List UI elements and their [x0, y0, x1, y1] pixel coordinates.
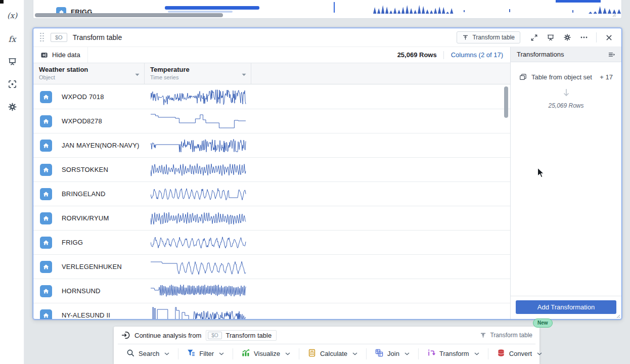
add-transformation-button[interactable]: Add Transformation [516, 300, 616, 314]
clipped-blue-bar [556, 0, 601, 3]
object-house-icon [40, 237, 52, 249]
transformation-step[interactable]: Table from object set + 17 [511, 73, 621, 81]
table-row[interactable]: RORVIK/RYUM [33, 206, 510, 231]
table-row-label: HORNSUND [62, 287, 101, 295]
button-label: Filter [199, 350, 214, 357]
settings-gear-icon[interactable] [561, 31, 574, 43]
hide-data-label: Hide data [52, 51, 80, 59]
flow-arrow-icon [563, 88, 570, 97]
chevron-down-icon[interactable] [135, 70, 140, 78]
settings-gear-icon[interactable] [0, 102, 24, 113]
temperature-sparkline [151, 134, 247, 157]
object-house-icon [40, 91, 52, 103]
table-row[interactable]: WXPOD 7018 [33, 85, 510, 109]
mini-histogram [589, 5, 622, 14]
function-fx-icon[interactable]: fx [0, 34, 24, 44]
object-type-badge: $O [208, 332, 221, 339]
button-label: Calculate [320, 350, 347, 357]
filter-icon [187, 349, 195, 358]
table-row[interactable]: SORSTOKKEN [33, 158, 510, 182]
table-row[interactable]: NY-ALESUND II [33, 303, 510, 319]
left-sidebar: (x) fx [0, 0, 24, 364]
new-badge: New [533, 318, 553, 328]
table-row-label: RORVIK/RYUM [62, 214, 109, 222]
chevron-down-icon [537, 352, 542, 355]
resize-handle[interactable] [616, 314, 620, 318]
table-row[interactable]: VERLEGENHUKEN [33, 255, 510, 279]
continue-analysis-bar: Continue analysis from $O Transform tabl… [114, 327, 539, 364]
transform-button[interactable]: Transform [419, 344, 488, 363]
mini-mark [509, 9, 510, 12]
focus-target-icon[interactable] [0, 79, 24, 90]
temperature-sparkline [151, 86, 247, 108]
visualize-button[interactable]: Visualize [233, 344, 299, 363]
transform-table-panel: $O Transform table Transform table [33, 28, 622, 320]
table-row[interactable]: FRIGG [33, 231, 510, 255]
temperature-sparkline [151, 110, 247, 132]
column-label: Weather station [39, 66, 139, 73]
horizontal-scrollbar[interactable] [35, 13, 223, 17]
layers-icon [519, 73, 527, 81]
join-button[interactable]: Join [367, 344, 418, 363]
temperature-sparkline [151, 159, 247, 181]
transformations-body: Table from object set + 17 25,069 Rows [511, 62, 621, 296]
convert-icon [497, 349, 505, 358]
progress-bar [165, 6, 259, 10]
calculate-button[interactable]: Calculate [299, 344, 366, 363]
button-label: Visualize [254, 350, 280, 357]
app-canvas: (x) fx FRIGG $O Transform [0, 0, 630, 364]
table-toolbar: Hide data 25,069 Rows Columns (2 of 17) [33, 47, 510, 63]
object-house-icon [40, 140, 52, 152]
transformation-step-label: Table from object set [531, 73, 595, 81]
board-context: Transform table [480, 332, 532, 339]
transformations-panel: Transformations Table from object set + … [510, 47, 621, 319]
corner-pixel [0, 0, 4, 4]
close-icon[interactable] [602, 31, 615, 43]
chevron-down-icon [352, 352, 357, 355]
object-house-icon [40, 309, 52, 320]
resize-handle[interactable] [612, 13, 616, 17]
calculate-icon [308, 349, 316, 358]
column-header-temperature[interactable]: Temperature Time series [145, 63, 251, 84]
presentation-icon[interactable] [0, 57, 24, 68]
column-header-weather-station[interactable]: Weather station Object [33, 63, 145, 84]
board-context-label: Transform table [490, 332, 532, 339]
search-icon [126, 349, 134, 358]
table-row-label: FRIGG [62, 239, 83, 246]
more-options-icon[interactable] [577, 31, 591, 43]
expression-x-icon[interactable]: (x) [0, 11, 24, 20]
transform-table-icon [462, 34, 469, 41]
vertical-scrollbar[interactable] [504, 86, 508, 118]
table-row[interactable]: JAN MAYEN(NOR-NAVY) [33, 133, 510, 158]
column-label: Temperature [150, 66, 246, 73]
transform-table-chip[interactable]: Transform table [457, 31, 520, 43]
search-button[interactable]: Search [118, 344, 178, 363]
transformation-row-count: 25,069 Rows [548, 102, 583, 109]
button-label: Convert [509, 350, 532, 357]
convert-button[interactable]: Convert [488, 344, 551, 363]
chevron-down-icon[interactable] [242, 70, 246, 78]
table-row[interactable]: BRINGELAND [33, 182, 510, 206]
columns-button[interactable]: Columns (2 of 17) [444, 51, 510, 59]
temperature-sparkline [151, 304, 247, 319]
column-header-row: Weather station Object Temperature Time … [33, 63, 510, 84]
button-label: Transform [439, 350, 469, 357]
table-row[interactable]: HORNSUND [33, 279, 510, 303]
continue-label: Continue analysis from [134, 332, 201, 339]
table-section: Hide data 25,069 Rows Columns (2 of 17) … [33, 47, 510, 319]
filter-button[interactable]: Filter [178, 344, 233, 363]
background-panel: FRIGG [33, 0, 622, 19]
panel-title: Transform table [73, 33, 122, 41]
object-type-badge: $O [51, 33, 67, 42]
table-row[interactable]: WXPOD8278 [33, 109, 510, 133]
continue-source-chip[interactable]: $O Transform table [206, 330, 277, 341]
drag-handle-icon[interactable] [40, 33, 44, 42]
transform-icon [427, 349, 435, 358]
maximize-icon[interactable] [527, 31, 541, 43]
menu-open-icon[interactable] [608, 51, 615, 58]
visualize-icon [242, 349, 250, 358]
temperature-sparkline [151, 232, 247, 254]
presentation-icon[interactable] [544, 31, 557, 43]
row-count: 25,069 Rows [397, 51, 443, 59]
hide-data-button[interactable]: Hide data [33, 47, 88, 63]
